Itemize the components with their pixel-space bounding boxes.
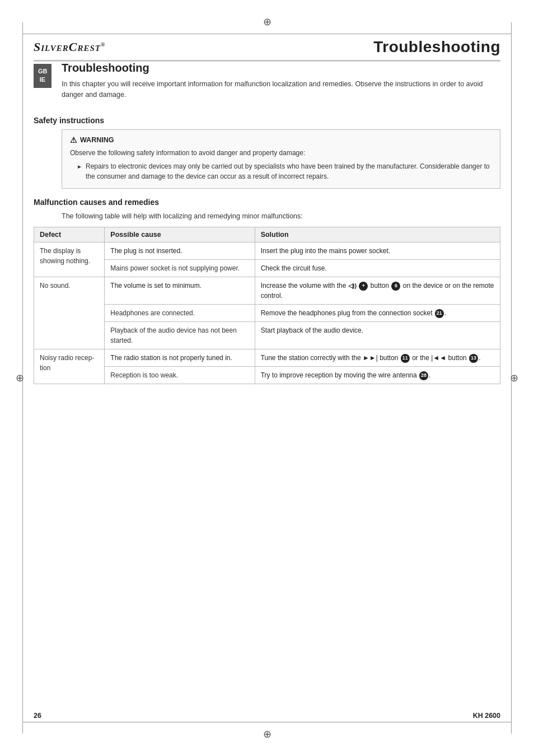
button-circle-13: 13 — [469, 354, 478, 363]
malfunction-intro: The following table will help with local… — [62, 211, 500, 222]
col-defect: Defect — [34, 227, 105, 242]
button-circle-28: 28 — [419, 371, 428, 380]
malfunction-heading: Malfunction causes and remedies — [34, 198, 500, 207]
page-header: SilverCrest® Troubleshooting — [34, 38, 500, 62]
model-number: KH 2600 — [473, 712, 500, 720]
header-title: Troubleshooting — [373, 38, 500, 56]
country-ie: IE — [38, 76, 47, 84]
page-number: 26 — [34, 712, 41, 720]
warning-label: WARNING — [80, 136, 114, 144]
warning-triangle-icon: ⚠ — [70, 136, 77, 144]
table-row: The display isshowing nothing. The plug … — [34, 242, 500, 260]
solution-tuning: Tune the station correctly with the ►►| … — [255, 349, 500, 367]
solution-antenna: Try to improve reception by moving the w… — [255, 367, 500, 384]
page-footer: 26 KH 2600 — [34, 712, 500, 720]
cause-headphones: Headphones are con­nected. — [105, 305, 255, 322]
border-top — [22, 34, 512, 34]
button-circle-11: 11 — [401, 354, 410, 363]
defect-display: The display isshowing nothing. — [34, 242, 105, 277]
malfunction-table: Defect Possible cause Solution The displ… — [34, 227, 500, 384]
brand-text: SilverCrest — [34, 40, 101, 54]
warning-box: ⚠ WARNING Observe the following safety i… — [62, 129, 500, 189]
cause-volume: The volume is set to minimum. — [105, 277, 255, 305]
section-intro: In this chapter you will receive importa… — [62, 79, 500, 100]
warning-title: ⚠ WARNING — [70, 136, 492, 144]
button-circle-21: 21 — [435, 309, 444, 318]
col-cause: Possible cause — [105, 227, 255, 242]
cause-plug: The plug is not inserted. — [105, 242, 255, 260]
table-row: Noisy radio recep­tion The radio station… — [34, 349, 500, 367]
reg-mark-bottom: ⊕ — [263, 728, 271, 740]
defect-radio: Noisy radio recep­tion — [34, 349, 105, 384]
reg-mark-left: ⊕ — [16, 372, 24, 384]
button-circle-vol: + — [359, 282, 368, 291]
button-circle-6: 6 — [391, 282, 400, 291]
cause-weak: Reception is too weak. — [105, 367, 255, 384]
solution-plug: Insert the plug into the mains power soc… — [255, 242, 500, 260]
table-row: No sound. The volume is set to minimum. … — [34, 277, 500, 305]
header-divider — [34, 60, 500, 60]
warning-list: Repairs to electronic devices may only b… — [70, 161, 492, 181]
cause-mains: Mains power socket is not supplying powe… — [105, 260, 255, 277]
country-gb: GB — [38, 67, 47, 76]
warning-intro-text: Observe the following safety information… — [70, 148, 492, 158]
cause-tuning: The radio station is not properly tuned … — [105, 349, 255, 367]
brand-sup: ® — [101, 41, 105, 48]
brand-logo: SilverCrest® — [34, 40, 105, 54]
page-content: GB IE Troubleshooting In this chapter yo… — [34, 62, 500, 711]
section-header-row: GB IE Troubleshooting In this chapter yo… — [34, 62, 500, 109]
table-header-row: Defect Possible cause Solution — [34, 227, 500, 242]
reg-mark-top: ⊕ — [263, 16, 271, 28]
cause-playback: Playback of the audio de­vice has not be… — [105, 322, 255, 349]
solution-headphones: Remove the headphones plug from the conn… — [255, 305, 500, 322]
border-bottom — [22, 722, 512, 722]
solution-playback: Start playback of the audio device. — [255, 322, 500, 349]
solution-fuse: Check the circuit fuse. — [255, 260, 500, 277]
col-solution: Solution — [255, 227, 500, 242]
section-heading: Troubleshooting — [62, 62, 500, 74]
reg-mark-right: ⊕ — [510, 372, 518, 384]
defect-nosound: No sound. — [34, 277, 105, 349]
warning-item: Repairs to electronic devices may only b… — [77, 161, 492, 181]
safety-heading: Safety instructions — [34, 116, 500, 125]
country-badge: GB IE — [34, 64, 51, 88]
solution-volume: Increase the volume with the ◁)) + butto… — [255, 277, 500, 305]
